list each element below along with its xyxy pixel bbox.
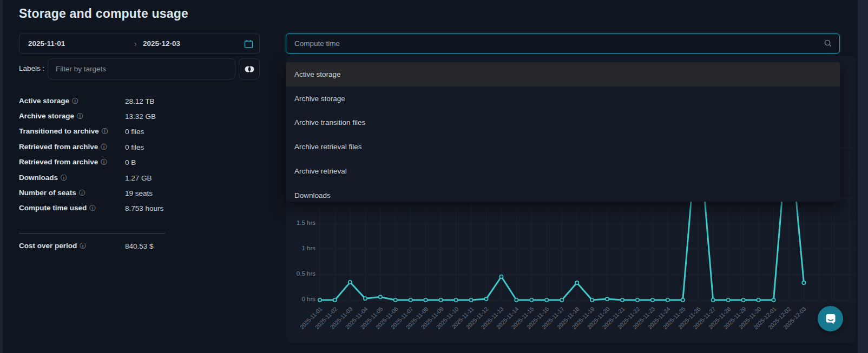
y-tick-label: 1 hrs [286,245,315,251]
chat-bubble-icon [823,311,838,327]
stat-value: 0 files [125,143,144,151]
date-range-picker[interactable]: 2025-11-01 › 2025-12-03 [19,34,260,54]
metric-search-input[interactable] [286,34,840,54]
stat-row: Compute time usedⓘ8.753 hours [19,201,246,216]
stat-value: 1.27 GB [125,174,152,182]
stat-label: Archive storageⓘ [19,112,125,121]
chat-launcher-button[interactable] [818,306,843,331]
page-title: Storage and compute usage [19,6,188,21]
stat-label: Transitioned to archiveⓘ [19,127,125,136]
info-icon[interactable]: ⓘ [72,97,78,105]
stat-label: Downloadsⓘ [19,174,125,183]
info-icon[interactable]: ⓘ [80,242,86,250]
y-tick-label: 1.5 hrs [286,219,315,226]
metric-dropdown: Active storageArchive storageArchive tra… [286,61,840,202]
dropdown-option-active[interactable]: Active storage [286,62,840,86]
left-edge-strip [0,0,3,353]
dropdown-option[interactable]: Archive transition files [286,111,840,135]
info-icon[interactable]: ⓘ [77,112,83,120]
labels-caption: Labels : [19,64,44,72]
stat-label: Cost over periodⓘ [19,242,125,251]
right-scroll-gutter[interactable] [858,0,868,353]
stat-row: Downloadsⓘ1.27 GB [19,170,246,185]
info-icon[interactable]: ⓘ [89,204,96,212]
stat-value: 0 files [125,128,144,136]
stat-label: Retrieved from archiveⓘ [19,143,125,152]
calendar-icon [244,39,254,49]
y-tick-label: 0 hrs [286,296,315,302]
dropdown-option[interactable]: Archive retrieval files [286,135,840,159]
info-icon[interactable]: ⓘ [101,158,107,166]
stat-row: Transitioned to archiveⓘ0 files [19,124,246,139]
stat-label: Active storageⓘ [19,97,125,106]
dropdown-option[interactable]: Archive retrieval [286,159,840,183]
stat-value: 840.53 $ [125,242,154,250]
info-icon[interactable]: ⓘ [79,189,86,197]
stat-row: Number of seatsⓘ19 seats [19,185,246,201]
cost-row: Cost over periodⓘ 840.53 $ [19,241,246,251]
stat-value: 28.12 TB [125,97,155,105]
info-icon[interactable]: ⓘ [61,174,67,182]
stat-row: Active storageⓘ28.12 TB [19,94,246,109]
stats-list: Active storageⓘ28.12 TBArchive storageⓘ1… [19,94,246,216]
range-separator-icon: › [134,39,137,48]
dropdown-option[interactable]: Archive storage [286,86,840,111]
calendar-button[interactable] [243,39,254,50]
stat-row: Retrieved from archiveⓘ0 B [19,155,246,170]
stat-row: Retrieved from archiveⓘ0 files [19,139,246,155]
info-icon[interactable]: ⓘ [101,143,107,151]
stat-label: Number of seatsⓘ [19,189,125,198]
labels-match-toggle-button[interactable] [239,58,260,79]
overlap-circles-icon [244,65,255,73]
stat-value: 0 B [125,158,136,166]
date-start-input[interactable]: 2025-11-01 [28,39,65,48]
stat-value: 19 seats [125,189,153,197]
stats-divider [19,233,165,234]
date-end-input[interactable]: 2025-12-03 [143,39,180,48]
stat-label: Retrieved from archiveⓘ [19,158,125,167]
y-tick-label: 0.5 hrs [286,270,315,277]
storage-compute-usage-page: 0 hrs0.5 hrs1 hrs1.5 hrs 2025-11-012025-… [0,0,868,353]
stat-label: Compute time usedⓘ [19,204,125,213]
stat-value: 13.32 GB [125,112,156,121]
targets-filter-input[interactable] [48,58,235,79]
stat-row: Archive storageⓘ13.32 GB [19,109,246,124]
dropdown-option[interactable]: Downloads [286,183,840,202]
stat-value: 8.753 hours [125,204,163,212]
info-icon[interactable]: ⓘ [102,128,108,135]
